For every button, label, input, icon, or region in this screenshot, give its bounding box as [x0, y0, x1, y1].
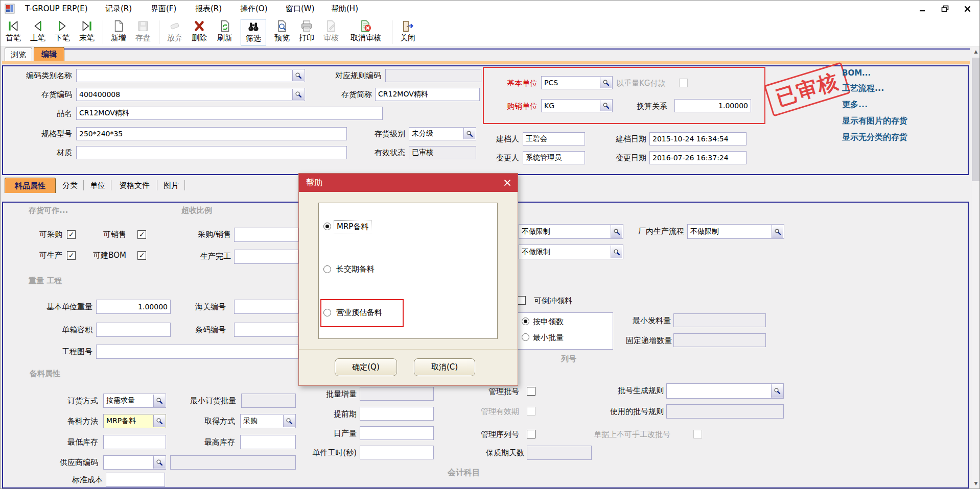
toolbar-last-button[interactable]: 末笔: [75, 19, 99, 45]
by-request-radio[interactable]: [522, 317, 529, 325]
item-name-field[interactable]: CR12MOV精料: [76, 107, 383, 120]
material-field[interactable]: [76, 146, 347, 159]
toolbar-refresh-button[interactable]: 刷新: [212, 19, 238, 45]
producible-checkbox[interactable]: [67, 251, 76, 260]
daily-output-field[interactable]: [360, 426, 434, 440]
order-mode-field[interactable]: 按需求量: [103, 394, 166, 408]
prep-method-field[interactable]: MRP备料: [103, 414, 166, 428]
toolbar-print-button[interactable]: 打印: [295, 19, 318, 45]
link-more[interactable]: 更多...: [842, 100, 868, 110]
purchasable-checkbox[interactable]: [67, 230, 76, 239]
toolbar-new-button[interactable]: 新增: [107, 19, 130, 45]
subtab-separator: [83, 180, 84, 190]
supplier-code-field[interactable]: [103, 455, 166, 470]
restriction-field-1[interactable]: 不做限制: [519, 224, 623, 239]
manage-batch-checkbox[interactable]: [527, 387, 535, 396]
lookup-icon[interactable]: [600, 77, 612, 88]
toolbar-audit-button[interactable]: 审核: [319, 19, 343, 45]
item-code-field[interactable]: 400400008: [76, 88, 305, 101]
scroll-up-arrow[interactable]: ▲: [971, 47, 980, 56]
menu-help[interactable]: 帮助(H): [331, 4, 358, 14]
trade-unit-field[interactable]: KG: [541, 99, 613, 112]
lookup-icon[interactable]: [611, 225, 622, 238]
purchase-sale-ratio-field[interactable]: [234, 228, 298, 242]
toolbar-cancel-audit-button[interactable]: 取消审核: [344, 19, 388, 45]
min-stock-field[interactable]: [103, 435, 166, 449]
scrollbar-thumb[interactable]: [972, 58, 980, 181]
manage-serial-checkbox[interactable]: [527, 430, 535, 438]
spec-field[interactable]: 250*240*35: [76, 127, 347, 140]
dialog-title-bar[interactable]: 帮助: [299, 174, 518, 192]
menu-record[interactable]: 记录(R): [105, 4, 132, 14]
toolbar-next-button[interactable]: 下笔: [51, 19, 74, 45]
menu-ui[interactable]: 界面(F): [151, 4, 176, 14]
manage-validity-checkbox[interactable]: [527, 407, 535, 415]
subtab-units[interactable]: 单位: [85, 178, 110, 192]
min-batch-radio[interactable]: [522, 333, 529, 341]
toolbar-prev-button[interactable]: 上笔: [26, 19, 50, 45]
menu-file[interactable]: T-GROUP ERP(E): [25, 4, 88, 13]
link-show-unclassified[interactable]: 显示无分类的存货: [842, 132, 907, 143]
lookup-icon[interactable]: [600, 100, 612, 111]
scroll-down-arrow[interactable]: ▼: [971, 479, 980, 487]
unit-hours-field[interactable]: [360, 446, 434, 459]
dialog-ok-button[interactable]: 确定(Q): [335, 358, 397, 376]
option-mrp-radio[interactable]: [323, 223, 331, 230]
restriction-field-2[interactable]: 不做限制: [519, 244, 623, 259]
menu-window[interactable]: 窗口(W): [286, 4, 315, 14]
menu-operate[interactable]: 操作(O): [240, 4, 268, 14]
toolbar-close-button[interactable]: 关闭: [396, 19, 419, 45]
toolbar-save-button[interactable]: 存盘: [131, 19, 155, 45]
lookup-icon[interactable]: [153, 415, 165, 427]
lookup-icon[interactable]: [292, 70, 304, 81]
can-build-bom-checkbox[interactable]: [137, 251, 146, 260]
customs-code-field[interactable]: [234, 300, 298, 314]
dialog-close-button[interactable]: [503, 179, 511, 189]
vertical-scrollbar[interactable]: ▲ ▼: [971, 47, 980, 488]
toolbar-filter-button[interactable]: 筛选: [241, 19, 266, 45]
option-long-lead-label[interactable]: 长交期备料: [334, 263, 377, 275]
lookup-icon[interactable]: [771, 384, 783, 398]
no-manual-batch-checkbox[interactable]: [693, 430, 702, 438]
drawing-number-field[interactable]: [96, 345, 298, 359]
backflush-checkbox[interactable]: [517, 296, 526, 305]
lookup-icon[interactable]: [611, 246, 622, 258]
subtab-images[interactable]: 图片: [159, 178, 183, 192]
option-long-lead-radio[interactable]: [323, 265, 331, 273]
link-bom[interactable]: BOM...: [842, 68, 871, 78]
minimize-button[interactable]: [917, 4, 927, 13]
item-abbr-field[interactable]: CR12MOV精料: [375, 88, 480, 101]
lookup-icon[interactable]: [153, 456, 165, 469]
factory-flow-field[interactable]: 不做限制: [687, 224, 784, 239]
link-process-flow[interactable]: 工艺流程...: [842, 83, 884, 94]
conversion-field[interactable]: 1.00000: [674, 99, 751, 112]
base-unit-field[interactable]: PCS: [541, 76, 613, 89]
toolbar-abandon-button[interactable]: 放弃: [163, 19, 186, 45]
batch-rule-field[interactable]: [666, 383, 784, 399]
subtab-classification[interactable]: 分类: [58, 178, 82, 192]
tab-browse[interactable]: 浏览: [5, 47, 32, 61]
menu-report[interactable]: 报表(R): [195, 4, 222, 14]
acquire-mode-field[interactable]: 采购: [240, 414, 296, 428]
toolbar-delete-button[interactable]: 删除: [188, 19, 211, 45]
close-button[interactable]: [962, 4, 972, 13]
sellable-checkbox[interactable]: [137, 230, 146, 239]
toolbar-first-button[interactable]: 首笔: [2, 19, 25, 45]
coding-category-field[interactable]: [76, 69, 305, 82]
subtab-item-attributes[interactable]: 料品属性: [5, 178, 56, 193]
std-cost-field[interactable]: [106, 473, 165, 487]
lookup-icon[interactable]: [292, 89, 304, 100]
restore-button[interactable]: [940, 4, 950, 13]
toolbar-preview-button[interactable]: 预览: [270, 19, 294, 45]
tab-edit[interactable]: 编辑: [34, 47, 64, 61]
pay-by-weight-checkbox[interactable]: [679, 79, 688, 87]
option-mrp-label[interactable]: MRP备料: [334, 221, 371, 233]
lookup-icon[interactable]: [772, 225, 783, 238]
production-finish-ratio-field[interactable]: [234, 250, 298, 264]
link-show-with-image[interactable]: 显示有图片的存货: [842, 116, 907, 127]
subtab-qualification[interactable]: 资格文件: [113, 178, 156, 192]
barcode-field[interactable]: [234, 323, 298, 337]
lookup-icon[interactable]: [153, 395, 165, 407]
lead-time-field[interactable]: [360, 407, 434, 421]
dialog-cancel-button[interactable]: 取消(C): [414, 358, 475, 376]
